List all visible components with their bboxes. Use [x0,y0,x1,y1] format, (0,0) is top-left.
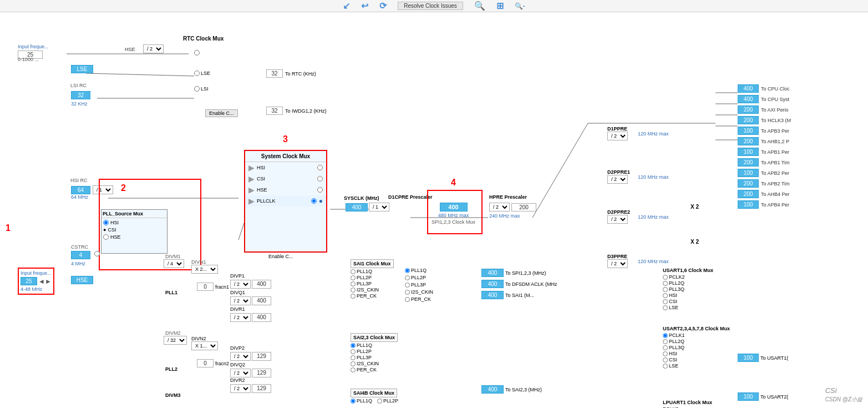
usart16-section: USART1,6 Clock Mux PCLK2 PLL2Q PLL3Q HSI… [663,268,713,310]
divr1-label: DIVR1 [230,306,245,312]
usart23-section: USART2,3,4,5,7,8 Clock Mux PCLK1 PLL2Q P… [663,326,730,369]
d3ppre-select[interactable]: / 2/ 1 [607,259,628,268]
sai1r-pll2p[interactable] [405,275,410,280]
sysclk-csi-radio[interactable] [317,176,323,182]
sai1-pll1q-radio[interactable] [351,269,356,274]
pll-dot: ● [103,227,106,233]
sai1-i2s-radio[interactable] [351,288,356,293]
svg-line-8 [532,123,588,218]
input-freq-hse-box: Input freque... 25 ◄► 4-48 MHz [18,268,54,295]
divq1-label: DIVQ1 [230,290,245,295]
apb3-row: 100 To APB3 Per [738,127,791,135]
sai1r-i2s[interactable] [405,290,410,295]
usart16-csi[interactable] [663,299,668,304]
watermark: CSi CSDN @Z小旋 [825,386,862,404]
pll-hsi-radio[interactable] [103,220,109,225]
csi-radio[interactable] [94,251,100,256]
sysclk-hsi-radio[interactable] [317,165,323,170]
usart23-pll3q[interactable] [663,345,668,350]
d1cpre-select[interactable]: / 1/ 2 [369,203,389,211]
divq1-select[interactable]: / 2 [230,296,251,305]
d1ppre-select[interactable]: / 2/ 1 [607,132,628,140]
usart16-pclk2[interactable] [663,275,668,280]
zoom-fit-icon[interactable]: 🔍 [474,1,485,11]
rtc-clock-mux-label: RTC Clock Mux [183,36,224,42]
divq1-row: / 2 400 [230,296,271,305]
spi123-output-row: 400 To SPI1,2,3 (MHz) [481,269,546,277]
refresh-icon[interactable]: ⟳ [379,1,387,11]
d2ppre2-select[interactable]: / 2/ 1 [607,215,628,224]
se-rtc-radio[interactable] [194,50,201,56]
sai23-pll1q-radio[interactable] [351,343,356,348]
divp2-select[interactable]: / 2 [230,352,251,361]
divn1-label: DIVN1 [191,259,206,265]
resolve-clock-button[interactable]: Resolve Clock Issues [398,2,463,10]
sai4b-pll2p-radio[interactable] [377,399,382,404]
fracn2-row: 0 fracn2 [197,359,229,367]
sai1-pll2p-radio[interactable] [351,275,356,280]
usart23-lse[interactable] [663,364,668,369]
ahb4-row: 200 To AHB4 Per [738,190,791,198]
divr1-select[interactable]: / 2 [230,313,251,322]
div2-selector-rtc[interactable]: / 2 [143,44,164,53]
svg-line-5 [238,223,244,240]
pll-hse-radio[interactable] [103,234,109,240]
hse-line-label: HSE [125,47,135,52]
d3ppre-label: D3PPRE [607,254,627,259]
hpre-select[interactable]: / 2/ 1 [489,203,510,211]
usart23-pll2q[interactable] [663,339,668,344]
apb2-row: 100 To APB2 Per [738,169,791,177]
sai23-pll2p-radio[interactable] [351,349,356,354]
sai1r-pll3p[interactable] [405,283,410,288]
d1ppre-label: D1PPRE [607,126,627,132]
x2-1-label: X 2 [691,204,699,210]
sai4b-pll1q-radio[interactable] [351,399,356,404]
usart23-csi[interactable] [663,357,668,362]
hsi-div-select[interactable]: / 1/ 2 [93,185,113,194]
sysclk-label: SYSCLK (MHz) [344,195,379,201]
marker-2: 2 [121,183,126,193]
sai23-i2s-radio[interactable] [351,361,356,366]
expand-icon[interactable]: ⊞ [496,1,504,11]
apb1t-row: 200 To APB1 Tim [738,158,791,167]
sai23-pll3p-radio[interactable] [351,355,356,360]
usart23-hsi[interactable] [663,351,668,356]
sai1r-per[interactable] [405,297,410,302]
divn1-select[interactable]: X 2...X 4 [191,265,218,274]
dfsdm-output-row: 400 To DFSDM ACLK (MHz [481,280,557,288]
main-container: ↙ ↩ ⟳ Resolve Clock Issues 🔍 ⊞ 🔍- [0,0,868,408]
usart23-pclk1[interactable] [663,333,668,338]
usart1-output-row: 100 To USART1( [738,354,788,362]
sai1-mux-items: PLL1Q PLL2P PLL3P I2S_CKIN PER_CK [351,269,379,299]
sai1-pll3p-radio[interactable] [351,281,356,286]
d2ppre1-select[interactable]: / 2/ 1 [607,175,628,184]
sai1-mux-label: SAI1 Clock Mux [351,259,394,268]
hsi-freq-label: 64 MHz [71,194,88,200]
diagram-area: RTC Clock Mux HSE / 2 LSE LSI RC 32 32 K… [0,12,868,408]
usart16-hsi[interactable] [663,293,668,298]
enable-c-button[interactable]: Enable C... [205,109,238,117]
divp1-select[interactable]: / 2 [230,280,251,289]
apb2t-row: 200 To APB2 Tim [738,179,791,188]
redo-icon[interactable]: ↩ [361,1,368,11]
sai1r-pll1q[interactable] [405,268,410,273]
apb1-row: 100 To APB1 Per [738,148,791,156]
d2ppre2-max: 120 MHz max [638,214,669,220]
sai1-perck-radio[interactable] [351,294,356,299]
divm1-select[interactable]: / 4/ 2/ 1 [164,259,184,268]
sysclk-pllclk-radio[interactable] [311,198,317,204]
sai23-perck-radio[interactable] [351,367,356,372]
divm2-select[interactable]: / 32/ 16 [164,336,187,345]
divp1-row: / 2 400 [230,280,271,289]
hclk3-row: 200 To HCLK3 (M [738,116,791,124]
sysclk-hse-radio[interactable] [317,187,323,193]
usart16-lse[interactable] [663,305,668,310]
divn2-select[interactable]: X 1...X 2 [191,341,218,350]
hpre-max-label: 240 MHz max [489,213,520,219]
usart16-pll3q[interactable] [663,287,668,292]
usart16-pll2q[interactable] [663,281,668,286]
zoom-out-icon[interactable]: 🔍- [515,2,525,10]
divr2-select[interactable]: / 2 [230,384,251,393]
undo-icon[interactable]: ↙ [343,1,350,11]
divq2-select[interactable]: / 2 [230,369,251,377]
